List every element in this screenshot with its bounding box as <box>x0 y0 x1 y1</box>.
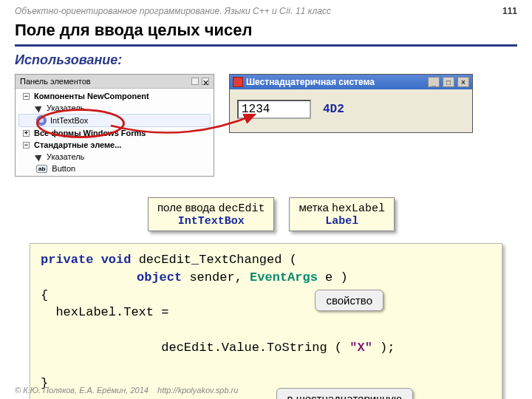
code-block: private void decEdit_TextChanged ( objec… <box>30 243 502 399</box>
usage-subhead: Использование: <box>15 52 517 68</box>
tree-label: Указатель <box>47 103 84 112</box>
tag-tohex: в шестнадцатеричную <box>276 388 413 399</box>
gear-icon <box>37 116 46 125</box>
collapse-icon[interactable]: − <box>23 142 30 149</box>
expand-icon[interactable]: + <box>23 130 30 137</box>
collapse-icon[interactable]: − <box>23 93 30 100</box>
tree-item-button[interactable]: ab Button <box>18 163 211 174</box>
toolbox-header: Панель элементов ✕ <box>16 75 214 89</box>
tree-label: Компоненты NewComponent <box>34 92 149 100</box>
course-header: Объектно-ориентированное программировани… <box>0 0 532 19</box>
tree-label: Button <box>52 164 75 173</box>
tree-label: Все формы Windows Forms <box>34 129 146 137</box>
close-button[interactable]: × <box>457 77 469 87</box>
toolbox-panel: Панель элементов ✕ − Компоненты NewCompo… <box>15 74 214 177</box>
toolbox-title: Панель элементов <box>20 77 91 86</box>
page-title: Поле для ввода целых чисел <box>15 19 517 47</box>
page-number: 111 <box>502 6 517 16</box>
callout-hexlabel: метка hexLabel Label <box>289 197 394 231</box>
course-name: Объектно-ориентированное программировани… <box>15 6 331 16</box>
tag-property: свойство <box>315 290 383 311</box>
minimize-button[interactable]: _ <box>428 77 440 87</box>
app-icon <box>233 77 243 87</box>
tree-item-inttextbox[interactable]: IntTextBox <box>18 114 211 127</box>
footer-url: http://kpolyakov.spb.ru <box>157 386 238 395</box>
tree-category-standard[interactable]: − Стандартные элеме... <box>18 139 211 151</box>
tree-label: IntTextBox <box>50 116 88 125</box>
toolbox-tree: − Компоненты NewComponent Указатель IntT… <box>16 89 214 176</box>
pointer-icon <box>35 152 44 162</box>
close-icon[interactable]: ✕ <box>202 78 209 85</box>
tree-label: Стандартные элеме... <box>34 140 121 149</box>
pointer-icon <box>35 103 44 113</box>
footer: © К.Ю. Поляков, Е.А. Ерёмин, 2014 http:/… <box>15 386 238 395</box>
callout-decedit: поле ввода decEdit IntTextBox <box>148 197 274 231</box>
tree-item-pointer[interactable]: Указатель <box>18 102 211 114</box>
tree-label: Указатель <box>47 152 84 161</box>
window-title: Шестнадцатеричная система <box>246 77 375 87</box>
maximize-button[interactable]: □ <box>443 77 454 87</box>
footer-copy: © К.Ю. Поляков, Е.А. Ерёмин, 2014 <box>15 386 149 395</box>
button-icon: ab <box>36 165 47 173</box>
tree-category-newcomponent[interactable]: − Компоненты NewComponent <box>18 90 211 102</box>
tree-item-pointer2[interactable]: Указатель <box>18 151 211 163</box>
tree-category-allforms[interactable]: + Все формы Windows Forms <box>18 127 211 139</box>
dec-edit-input[interactable]: 1234 <box>237 100 311 119</box>
pin-icon[interactable] <box>191 78 199 85</box>
app-window: Шестнадцатеричная система _ □ × 1234 4D2 <box>229 74 473 133</box>
hex-label-output: 4D2 <box>323 103 344 116</box>
window-titlebar: Шестнадцатеричная система _ □ × <box>230 75 472 89</box>
